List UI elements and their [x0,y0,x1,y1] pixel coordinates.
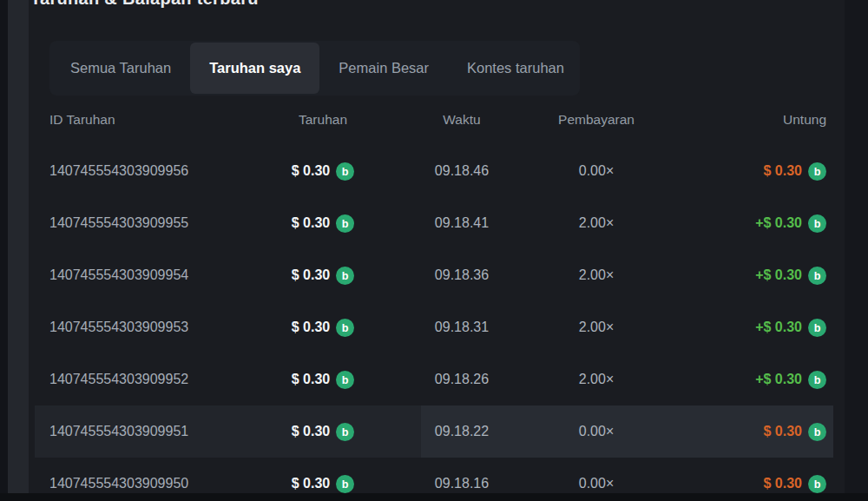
tab-pemain-besar[interactable]: Pemain Besar [319,43,448,94]
bet-time: 09.18.46 [435,163,489,179]
coin-icon: b [336,162,354,181]
bet-id: 140745554303909953 [49,320,188,335]
coin-icon: b [808,371,826,389]
bet-amount: $ 0.30 [292,476,330,491]
coin-icon: b [808,267,826,285]
bet-profit: $ 0.30 [764,163,802,179]
bet-amount-cell: $ 0.30 b [292,371,354,389]
table-header-row: ID TaruhanTaruhanWaktuPembayaranUntung [35,107,833,133]
table-row[interactable]: 140745554303909952 $ 0.30 b 09.18.26 2.0… [35,353,833,405]
bet-payout: 0.00× [579,163,614,179]
bet-id: 140745554303909956 [49,163,188,179]
bet-amount-cell: $ 0.30 b [292,162,354,181]
svg-text:b: b [342,217,349,229]
column-header: Taruhan [299,112,347,128]
bet-profit-cell: $ 0.30 b [764,475,826,493]
bet-amount: $ 0.30 [292,372,330,387]
coin-icon: b [808,475,826,493]
bets-table: ID TaruhanTaruhanWaktuPembayaranUntung 1… [35,107,833,501]
table-row[interactable]: 140745554303909956 $ 0.30 b 09.18.46 0.0… [35,145,833,197]
svg-text:b: b [342,269,349,281]
tab-label: Semua Taruhan [70,60,171,76]
tab-label: Pemain Besar [339,60,429,76]
bet-profit-cell: +$ 0.30 b [755,267,826,285]
table-row[interactable]: 140745554303909955 $ 0.30 b 09.18.41 2.0… [35,197,833,249]
coin-icon: b [336,319,354,337]
bet-profit-cell: +$ 0.30 b [755,214,826,233]
bet-payout: 2.00× [579,267,614,283]
bet-time: 09.18.31 [435,320,489,335]
bet-amount: $ 0.30 [292,424,330,439]
bet-time: 09.18.36 [435,267,489,283]
coin-icon: b [808,162,826,181]
bet-id: 140745554303909952 [49,372,188,387]
coin-icon: b [336,214,354,233]
tab-taruhan-saya[interactable]: Taruhan saya [190,43,319,94]
tab-label: Taruhan saya [209,60,300,76]
table-body: 140745554303909956 $ 0.30 b 09.18.46 0.0… [35,145,833,501]
svg-text:b: b [814,269,821,281]
tab-bar: Semua Taruhan Taruhan saya Pemain Besar … [49,41,580,96]
svg-text:b: b [814,425,821,438]
coin-icon: b [336,267,354,285]
bet-payout: 2.00× [579,215,614,231]
left-gutter-band [8,0,29,493]
svg-text:b: b [342,165,349,177]
bet-profit: +$ 0.30 [755,320,802,335]
coin-icon: b [336,371,354,389]
bet-amount-cell: $ 0.30 b [292,475,354,493]
bet-amount: $ 0.30 [292,267,330,283]
svg-text:b: b [342,321,349,333]
bet-payout: 2.00× [579,372,614,387]
coin-icon: b [336,423,354,441]
left-edge-band [0,0,8,501]
bet-payout: 0.00× [579,424,614,439]
svg-text:b: b [814,373,821,386]
bet-profit-cell: +$ 0.30 b [755,371,826,389]
bet-profit: +$ 0.30 [755,267,802,283]
bet-amount-cell: $ 0.30 b [292,423,354,441]
bet-amount: $ 0.30 [292,163,330,179]
tab-kontes-taruhan[interactable]: Kontes taruhan [448,43,583,94]
bet-profit: $ 0.30 [764,476,802,491]
svg-text:b: b [342,425,349,438]
bet-id: 140745554303909955 [49,215,188,231]
coin-icon: b [808,214,826,233]
bet-time: 09.18.16 [435,476,489,491]
bet-profit-cell: +$ 0.30 b [755,319,826,337]
bet-amount-cell: $ 0.30 b [292,214,354,233]
tab-label: Kontes taruhan [467,60,564,76]
coin-icon: b [808,423,826,441]
svg-text:b: b [814,321,821,333]
tab-semua-taruhan[interactable]: Semua Taruhan [51,43,190,94]
bet-amount: $ 0.30 [292,215,330,231]
bet-payout: 0.00× [579,476,614,491]
bet-payout: 2.00× [579,320,614,335]
bottom-edge-band [0,493,868,501]
bet-amount: $ 0.30 [292,320,330,335]
bet-profit: $ 0.30 [764,424,802,439]
bet-profit: +$ 0.30 [755,215,802,231]
bet-time: 09.18.26 [435,372,489,387]
bet-profit-cell: $ 0.30 b [764,162,826,181]
bet-id: 140745554303909954 [49,267,188,283]
column-header: Untung [783,112,826,128]
column-header: ID Taruhan [49,112,115,128]
svg-text:b: b [342,478,349,490]
coin-icon: b [808,319,826,337]
table-row[interactable]: 140745554303909953 $ 0.30 b 09.18.31 2.0… [35,301,833,353]
bet-id: 140745554303909950 [49,476,188,491]
column-header: Waktu [443,112,480,128]
bet-amount-cell: $ 0.30 b [292,267,354,285]
svg-text:b: b [814,478,821,490]
table-row[interactable]: 140745554303909951 $ 0.30 b 09.18.22 0.0… [35,405,833,458]
bet-id: 140745554303909951 [49,424,188,439]
right-edge-band [845,0,868,493]
column-header: Pembayaran [558,112,635,128]
svg-text:b: b [342,373,349,386]
bet-amount-cell: $ 0.30 b [292,319,354,337]
bet-time: 09.18.41 [435,215,489,231]
table-row[interactable]: 140745554303909954 $ 0.30 b 09.18.36 2.0… [35,249,833,301]
bet-profit: +$ 0.30 [755,372,802,387]
coin-icon: b [336,475,354,493]
